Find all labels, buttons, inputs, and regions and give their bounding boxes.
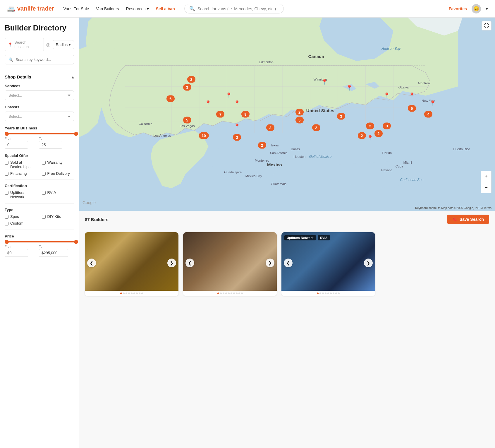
- listing-card-1[interactable]: ❮❯: [85, 232, 178, 296]
- map-pin-6[interactable]: 📍: [409, 92, 415, 99]
- radius-select[interactable]: Radius ▾: [53, 40, 74, 49]
- card-dot-3-7[interactable]: [335, 293, 337, 294]
- map-cluster-c7[interactable]: 5: [295, 117, 304, 123]
- map-cluster-c20[interactable]: 2: [358, 132, 366, 139]
- warranty-checkbox[interactable]: [42, 161, 46, 165]
- header-search-input[interactable]: [197, 6, 279, 11]
- card-next-button-2[interactable]: ❯: [266, 259, 274, 267]
- card-dot-3-5[interactable]: [330, 293, 332, 294]
- map-pin-8[interactable]: 📍: [234, 123, 240, 130]
- map-cluster-c11[interactable]: 2: [295, 109, 304, 116]
- map-cluster-c12[interactable]: 3: [337, 113, 345, 119]
- save-search-button[interactable]: 🔖 Save Search: [447, 215, 489, 224]
- card-prev-button-1[interactable]: ❮: [87, 259, 96, 267]
- chassis-select[interactable]: Select...: [5, 112, 74, 121]
- financing-item[interactable]: Financing: [5, 171, 37, 176]
- card-dot-1-5[interactable]: [133, 293, 135, 294]
- map-pin-3[interactable]: 📍: [321, 79, 328, 85]
- location-input[interactable]: 📍 Search Location: [5, 38, 44, 51]
- diy-kits-checkbox[interactable]: [42, 215, 46, 219]
- custom-item[interactable]: Custom: [5, 221, 37, 225]
- card-dot-3-4[interactable]: [327, 293, 329, 294]
- user-avatar[interactable]: 😊: [472, 4, 481, 13]
- card-next-button-3[interactable]: ❯: [364, 259, 373, 267]
- card-dot-1-4[interactable]: [131, 293, 133, 294]
- card-dot-2-6[interactable]: [233, 293, 235, 294]
- map-cluster-c9[interactable]: 10: [199, 132, 209, 139]
- map-cluster-c16[interactable]: 3: [383, 122, 391, 129]
- spec-checkbox[interactable]: [5, 215, 8, 219]
- card-dot-3-0[interactable]: [317, 293, 319, 294]
- nav-van-builders[interactable]: Van Builders: [96, 6, 119, 11]
- map-pin-9[interactable]: 📍: [367, 135, 373, 141]
- map-cluster-c19[interactable]: 2: [374, 130, 383, 137]
- rvia-checkbox[interactable]: [42, 191, 46, 195]
- shop-details-collapse-icon[interactable]: ▴: [72, 74, 74, 80]
- nav-vans-for-sale[interactable]: Vans For Sale: [63, 6, 89, 11]
- card-dot-1-0[interactable]: [120, 293, 122, 294]
- zoom-in-button[interactable]: +: [481, 171, 491, 182]
- map-cluster-c4[interactable]: 7: [216, 111, 224, 118]
- map-cluster-c1[interactable]: 2: [187, 76, 195, 83]
- upfitters-network-item[interactable]: Upfitters Network: [5, 190, 37, 199]
- card-dot-2-7[interactable]: [236, 293, 238, 294]
- rvia-item[interactable]: RVIA: [42, 190, 74, 199]
- spec-item[interactable]: Spec: [5, 214, 37, 219]
- map-cluster-c15[interactable]: 2: [366, 122, 374, 129]
- map-pin-2[interactable]: 📍: [234, 100, 240, 107]
- free-delivery-item[interactable]: Free Delivery: [42, 171, 74, 176]
- card-dot-2-9[interactable]: [241, 293, 243, 294]
- card-dot-1-7[interactable]: [139, 293, 140, 294]
- map-pin-5[interactable]: 📍: [384, 92, 390, 99]
- price-range-thumb-right[interactable]: [74, 240, 78, 244]
- card-dot-3-2[interactable]: [322, 293, 324, 294]
- zoom-out-button[interactable]: −: [481, 182, 491, 193]
- map-cluster-c6[interactable]: 5: [183, 117, 191, 123]
- warranty-item[interactable]: Warranty: [42, 160, 74, 169]
- map-cluster-c14[interactable]: 2: [258, 142, 266, 148]
- card-dot-3-8[interactable]: [338, 293, 340, 294]
- header-search-bar[interactable]: 🔍: [184, 4, 284, 13]
- card-next-button-1[interactable]: ❯: [167, 259, 176, 267]
- price-from-input[interactable]: [5, 249, 28, 257]
- card-dot-1-2[interactable]: [126, 293, 127, 294]
- map[interactable]: 236795531022322235422📍📍📍📍📍📍📍📍📍📍 CanadaHu…: [79, 18, 495, 211]
- map-cluster-c3[interactable]: 6: [166, 95, 175, 102]
- card-dot-1-3[interactable]: [128, 293, 130, 294]
- keyword-search-input[interactable]: [16, 57, 70, 62]
- sold-at-dealerships-checkbox[interactable]: [5, 161, 8, 165]
- card-dot-2-5[interactable]: [231, 293, 232, 294]
- map-cluster-c5[interactable]: 9: [241, 111, 250, 118]
- card-prev-button-3[interactable]: ❮: [284, 259, 293, 267]
- card-dot-1-8[interactable]: [141, 293, 143, 294]
- years-range-thumb-right[interactable]: [74, 132, 78, 136]
- map-pin-1[interactable]: 📍: [205, 100, 211, 107]
- map-cluster-c2[interactable]: 3: [183, 84, 191, 90]
- financing-checkbox[interactable]: [5, 172, 8, 176]
- card-dot-2-1[interactable]: [220, 293, 222, 294]
- nav-sell-a-van[interactable]: Sell a Van: [156, 6, 175, 11]
- card-dot-2-4[interactable]: [228, 293, 230, 294]
- map-pin-0[interactable]: 📍: [226, 92, 232, 99]
- card-dot-3-1[interactable]: [319, 293, 321, 294]
- custom-checkbox[interactable]: [5, 222, 8, 225]
- years-range-thumb-left[interactable]: [5, 132, 9, 136]
- card-dot-3-3[interactable]: [325, 293, 326, 294]
- listing-card-2[interactable]: ❮❯: [183, 232, 277, 296]
- map-cluster-c17[interactable]: 5: [408, 105, 416, 112]
- account-chevron-icon[interactable]: ▾: [486, 6, 488, 11]
- price-to-input[interactable]: [39, 249, 68, 257]
- map-pin-7[interactable]: 📍: [429, 100, 436, 107]
- card-dot-2-0[interactable]: [217, 293, 219, 294]
- map-cluster-c10[interactable]: 2: [233, 134, 241, 141]
- services-select[interactable]: Select...: [5, 90, 74, 100]
- years-to-input[interactable]: [39, 141, 62, 149]
- keyword-search-bar[interactable]: 🔍: [5, 55, 74, 64]
- listing-card-3[interactable]: Upfitters NetworkRVIA❮❯: [281, 232, 375, 296]
- map-cluster-c8[interactable]: 3: [266, 124, 274, 131]
- card-prev-button-2[interactable]: ❮: [185, 259, 194, 267]
- free-delivery-checkbox[interactable]: [42, 172, 46, 176]
- sold-at-dealerships-item[interactable]: Sold at Dealerships: [5, 160, 37, 169]
- nav-resources[interactable]: Resources ▾: [126, 6, 149, 11]
- years-from-input[interactable]: [5, 141, 28, 149]
